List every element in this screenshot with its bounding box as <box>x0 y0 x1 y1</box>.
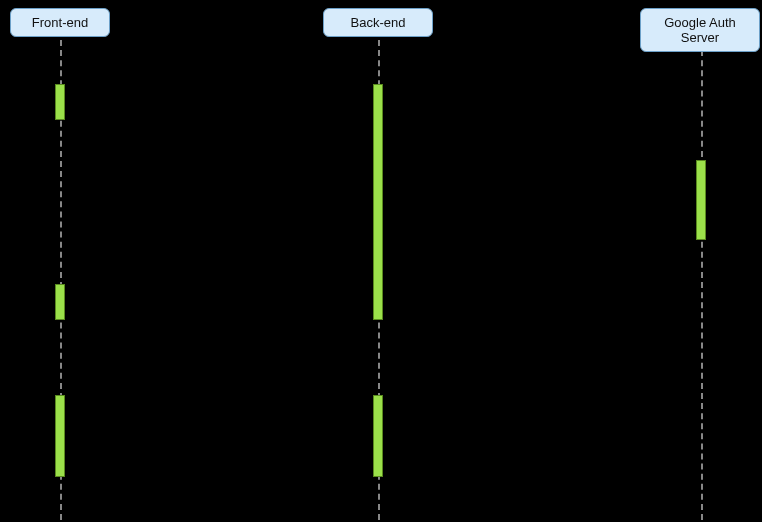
activation-bar <box>373 84 383 320</box>
actor-backend: Back-end <box>323 8 433 37</box>
actor-frontend: Front-end <box>10 8 110 37</box>
lifeline-google <box>701 40 703 520</box>
actor-label: Back-end <box>351 15 406 30</box>
activation-bar <box>55 84 65 120</box>
actor-label: Front-end <box>32 15 88 30</box>
activation-bar <box>696 160 706 240</box>
activation-bar <box>55 284 65 320</box>
actor-google: Google Auth Server <box>640 8 760 52</box>
activation-bar <box>373 395 383 477</box>
activation-bar <box>55 395 65 477</box>
actor-label: Google Auth Server <box>664 15 736 45</box>
